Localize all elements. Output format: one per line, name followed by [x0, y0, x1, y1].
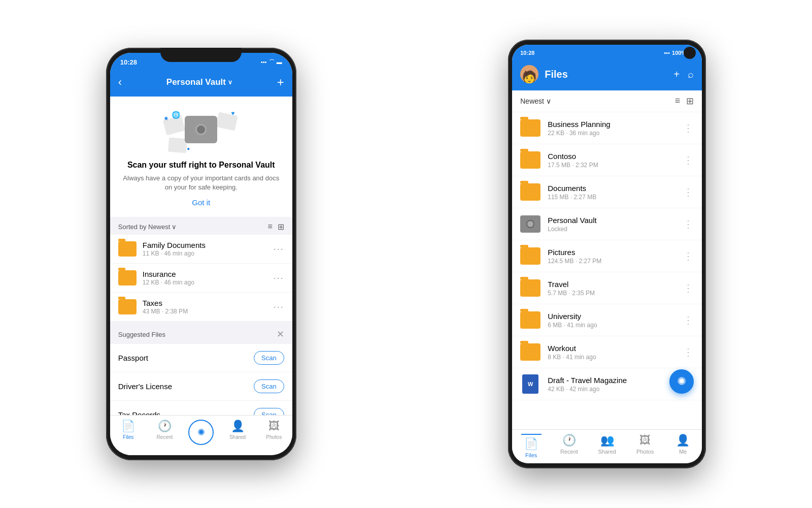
nav-item-shared[interactable]: 👤 Shared [219, 420, 256, 445]
android-photos-icon: 🖼 [639, 434, 651, 447]
scan-license-button[interactable]: Scan [254, 379, 284, 393]
folder-icon-android [520, 311, 540, 329]
back-button[interactable]: ‹ [118, 76, 122, 89]
android-nav-shared[interactable]: 👥 Shared [588, 434, 626, 458]
file-info: Insurance 12 KB · 46 min ago [143, 270, 274, 286]
got-it-button[interactable]: Got it [192, 198, 210, 207]
android-file-item-university[interactable]: University 6 MB · 41 min ago ⋮ [512, 304, 702, 336]
iphone-content: 🌐 ★ ♥ ● Scan your stuff right to Persona… [110, 97, 292, 415]
android-file-name: Pictures [548, 248, 683, 257]
suggested-name: Passport [118, 354, 254, 362]
android-nav-photos[interactable]: 🖼 Photos [626, 434, 664, 458]
vault-dial [526, 220, 534, 228]
android-file-name: Documents [548, 184, 683, 193]
list-view-icon[interactable]: ≡ [267, 222, 272, 232]
sort-view-icons: ≡ ⊞ [267, 222, 284, 232]
nav-item-files[interactable]: 📄 Files [110, 420, 147, 445]
android-sort-bar: Newest ∨ ≡ ⊞ [512, 90, 702, 112]
file-name: Taxes [143, 299, 274, 307]
nav-item-center[interactable]: ✺ [183, 420, 219, 445]
grid-view-icon-android[interactable]: ⊞ [686, 96, 694, 107]
sort-dropdown[interactable]: Newest ∨ [520, 97, 551, 105]
android-view-icons: ≡ ⊞ [675, 96, 694, 107]
android-file-meta: 22 KB · 36 min ago [548, 130, 683, 137]
file-item[interactable]: Family Documents 11 KB · 46 min ago ··· [110, 235, 292, 264]
android-file-item-business[interactable]: Business Planning 22 KB · 36 min ago ⋮ [512, 112, 702, 144]
more-options-android[interactable]: ⋮ [683, 282, 694, 294]
word-doc-icon: W [522, 374, 538, 394]
list-view-icon-android[interactable]: ≡ [675, 96, 681, 107]
android-file-meta: 6 MB · 41 min ago [548, 322, 683, 329]
add-button-android[interactable]: + [674, 69, 680, 80]
sort-label[interactable]: Sorted by Newest ∨ [118, 223, 177, 231]
more-options-android[interactable]: ⋮ [683, 250, 694, 262]
iphone-app: 10:28 ▪▪▪ ⌒ ▬ ‹ Personal Vault ∨ + [110, 53, 292, 455]
file-item[interactable]: Taxes 43 MB · 2:38 PM ··· [110, 293, 292, 322]
nav-label-photos: Photos [266, 434, 282, 440]
android-status-time: 10:28 [520, 50, 534, 56]
folder-icon [118, 270, 137, 285]
android-file-info: Business Planning 22 KB · 36 min ago [548, 120, 683, 137]
android-file-name: Travel [548, 280, 683, 289]
android-nav-recent[interactable]: 🕐 Recent [550, 434, 588, 458]
nav-label-shared: Shared [229, 434, 246, 440]
suggested-name: Tax Records [118, 410, 254, 415]
android-file-info: Documents 115 MB · 2:27 MB [548, 184, 683, 201]
android-bottom-nav: 📄 Files 🕐 Recent 👥 Shared 🖼 Photos 👤 [512, 429, 702, 463]
more-options-icon[interactable]: ··· [274, 302, 284, 312]
android-nav-files[interactable]: 📄 Files [512, 434, 550, 458]
signal-icon: ▪▪▪ [261, 59, 267, 65]
android-file-meta: 42 KB · 42 min ago [548, 386, 683, 393]
add-button-left[interactable]: + [277, 75, 284, 89]
more-options-icon[interactable]: ··· [274, 273, 284, 283]
more-options-android[interactable]: ⋮ [683, 314, 694, 326]
android-file-item-vault[interactable]: Personal Vault Locked ⋮ [512, 208, 702, 240]
close-suggested-button[interactable]: ✕ [277, 329, 284, 340]
android-file-meta: 8 KB · 41 min ago [548, 354, 683, 361]
android-file-info: Contoso 17.5 MB · 2:32 PM [548, 152, 683, 169]
android-file-item-travel[interactable]: Travel 5.7 MB · 2:35 PM ⋮ [512, 272, 702, 304]
android-file-name: Draft - Travel Magazine [548, 376, 683, 385]
more-options-android[interactable]: ⋮ [683, 186, 694, 198]
file-info: Family Documents 11 KB · 46 min ago [143, 241, 274, 257]
android-file-meta: 124.5 MB · 2:27 PM [548, 258, 683, 265]
sort-bar-left: Sorted by Newest ∨ ≡ ⊞ [110, 217, 292, 235]
android-files-icon: 📄 [524, 437, 538, 451]
android-file-item-workout[interactable]: Workout 8 KB · 41 min ago ⋮ [512, 336, 702, 368]
more-options-android[interactable]: ⋮ [683, 218, 694, 230]
scan-tax-button[interactable]: Scan [254, 408, 284, 415]
android-file-info: Travel 5.7 MB · 2:35 PM [548, 280, 683, 297]
android-nav-me[interactable]: 👤 Me [664, 434, 702, 458]
android-file-item-pictures[interactable]: Pictures 124.5 MB · 2:27 PM ⋮ [512, 240, 702, 272]
file-meta: 12 KB · 46 min ago [143, 279, 274, 286]
search-button-android[interactable]: ⌕ [688, 69, 694, 80]
iphone-screen: 10:28 ▪▪▪ ⌒ ▬ ‹ Personal Vault ∨ + [110, 53, 292, 455]
android-file-meta: 5.7 MB · 2:35 PM [548, 290, 683, 297]
more-options-icon[interactable]: ··· [274, 244, 284, 255]
nav-item-photos[interactable]: 🖼 Photos [256, 420, 292, 445]
grid-view-icon[interactable]: ⊞ [278, 222, 284, 232]
scan-center-icon[interactable]: ✺ [188, 420, 214, 445]
scan-passport-button[interactable]: Scan [254, 351, 284, 365]
more-options-android[interactable]: ⋮ [683, 154, 694, 166]
nav-item-recent[interactable]: 🕐 Recent [147, 420, 183, 445]
folder-icon-android [520, 183, 540, 201]
file-meta: 43 MB · 2:38 PM [143, 308, 274, 315]
fab-button[interactable]: ✺ [669, 369, 694, 394]
recent-nav-icon: 🕐 [158, 420, 172, 433]
android-file-item-contoso[interactable]: Contoso 17.5 MB · 2:32 PM ⋮ [512, 144, 702, 176]
more-options-android[interactable]: ⋮ [683, 122, 694, 134]
banner-illustration: 🌐 ★ ♥ ● [160, 109, 242, 154]
banner-title: Scan your stuff right to Personal Vault [127, 161, 275, 170]
folder-icon-android [520, 279, 540, 297]
android-file-item-documents[interactable]: Documents 115 MB · 2:27 MB ⋮ [512, 176, 702, 208]
user-avatar[interactable]: 🧑 [520, 65, 538, 83]
suggested-name: Driver's License [118, 382, 254, 391]
more-options-android[interactable]: ⋮ [683, 346, 694, 358]
android-file-info: Pictures 124.5 MB · 2:27 PM [548, 248, 683, 265]
android-status-bar: 10:28 ▪▪▪ 100% ▬ [512, 45, 702, 60]
nav-label-files: Files [123, 434, 133, 440]
doc-icon-android: W [520, 375, 540, 393]
android-app: 10:28 ▪▪▪ 100% ▬ 🧑 Files + ⌕ [512, 45, 702, 463]
file-item[interactable]: Insurance 12 KB · 46 min ago ··· [110, 264, 292, 293]
